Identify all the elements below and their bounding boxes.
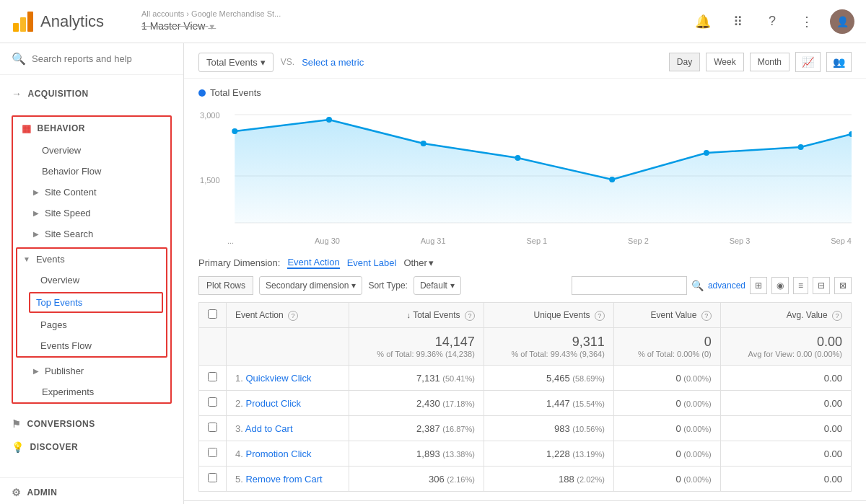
plot-rows-button[interactable]: Plot Rows xyxy=(198,276,253,295)
row-total-events-cell-4: 306 (2.16%) xyxy=(349,467,484,492)
advanced-link[interactable]: advanced xyxy=(708,280,745,291)
chevron-right-icon: ▶ xyxy=(33,209,39,217)
sidebar-item-behavior[interactable]: ▦ BEHAVIOR xyxy=(13,117,170,140)
svg-rect-2 xyxy=(27,12,33,32)
secondary-dimension-dropdown[interactable]: Secondary dimension ▾ xyxy=(259,276,362,295)
row-checkbox-4[interactable] xyxy=(208,473,217,482)
event-action-info-icon[interactable]: ? xyxy=(288,311,298,321)
row-checkbox-cell xyxy=(199,467,227,492)
sidebar-item-events[interactable]: ▼ Events xyxy=(17,249,166,270)
table-search-icon: 🔍 xyxy=(691,280,704,291)
primary-dimension-label: Primary Dimension: xyxy=(198,257,280,268)
col-event-action[interactable]: Event Action ? xyxy=(227,303,349,328)
dimension-event-label[interactable]: Event Label xyxy=(347,257,397,268)
sidebar-item-site-content[interactable]: ▶ Site Content xyxy=(13,182,170,203)
dimension-other[interactable]: Other ▾ xyxy=(403,257,434,268)
summary-avg-value: 0.00 xyxy=(730,335,842,350)
table-row: 4. Promotion Click 1,893 (13.38%) 1,228 … xyxy=(199,441,852,467)
chevron-right-icon: ▶ xyxy=(33,188,39,196)
sidebar-item-discover[interactable]: 💡 DISCOVER xyxy=(0,436,183,459)
more-options-button[interactable]: ⋮ xyxy=(795,10,818,33)
legend-label: Total Events xyxy=(210,87,261,98)
row-checkbox-3[interactable] xyxy=(208,448,217,457)
summary-event-value-cell: 0 % of Total: 0.00% (0) xyxy=(613,328,720,366)
custom-view-button[interactable]: ⊠ xyxy=(834,277,852,294)
sidebar-item-site-speed[interactable]: ▶ Site Speed xyxy=(13,203,170,224)
col-avg-value[interactable]: Avg. Value ? xyxy=(720,303,851,328)
row-action-link-0[interactable]: Quickview Click xyxy=(245,373,311,384)
sidebar-item-behavior-flow[interactable]: Behavior Flow xyxy=(13,161,170,182)
x-label-6: Sep 4 xyxy=(831,236,852,245)
apps-button[interactable]: ⠿ xyxy=(726,10,749,33)
sort-type-dropdown[interactable]: Default ▾ xyxy=(414,276,461,295)
sidebar-item-publisher[interactable]: ▶ Publisher xyxy=(13,361,170,381)
row-unique-events-cell-1: 1,447 (15.54%) xyxy=(484,391,613,416)
summary-action-cell xyxy=(227,328,349,366)
week-button[interactable]: Week xyxy=(706,53,743,71)
help-button[interactable]: ? xyxy=(761,10,784,33)
sidebar-item-events-flow[interactable]: Events Flow xyxy=(17,335,166,356)
row-avg-value-cell-0: 0.00 xyxy=(720,366,851,391)
unique-events-info-icon[interactable]: ? xyxy=(595,311,605,321)
svg-point-12 xyxy=(515,155,520,161)
svg-marker-8 xyxy=(235,120,852,223)
row-action-link-2[interactable]: Add to Cart xyxy=(245,423,293,434)
grid-view-button[interactable]: ⊞ xyxy=(750,277,767,294)
select-all-checkbox[interactable] xyxy=(208,309,217,319)
table-search-input[interactable] xyxy=(572,276,687,295)
svg-rect-0 xyxy=(13,23,19,32)
sidebar-item-pages[interactable]: Pages xyxy=(17,314,166,335)
summary-unique-events-pct: % of Total: 99.43% (9,364) xyxy=(493,350,605,358)
sidebar-item-experiments[interactable]: Experiments xyxy=(13,381,170,402)
col-unique-events[interactable]: Unique Events ? xyxy=(484,303,613,328)
sidebar-item-overview[interactable]: Overview xyxy=(13,140,170,161)
x-label-4: Sep 2 xyxy=(628,236,649,245)
summary-checkbox-cell xyxy=(199,328,227,366)
summary-event-value: 0 xyxy=(623,335,712,350)
app-name: Analytics xyxy=(40,12,104,31)
sidebar-item-acquisition[interactable]: → ACQUISITION xyxy=(0,82,183,105)
select-metric-link[interactable]: Select a metric xyxy=(302,57,364,68)
search-input[interactable] xyxy=(32,53,172,64)
conversions-icon: ⚑ xyxy=(12,418,22,430)
row-checkbox-0[interactable] xyxy=(208,372,217,381)
month-button[interactable]: Month xyxy=(750,53,790,71)
day-button[interactable]: Day xyxy=(669,53,700,71)
sidebar-item-admin[interactable]: ⚙ ADMIN xyxy=(0,477,183,504)
total-events-info-icon[interactable]: ? xyxy=(465,311,475,321)
row-avg-value-cell-1: 0.00 xyxy=(720,391,851,416)
event-value-info-icon[interactable]: ? xyxy=(701,311,712,321)
pivot-view-button[interactable]: ⊟ xyxy=(813,277,830,294)
discover-section: 💡 DISCOVER xyxy=(0,436,183,459)
line-chart-button[interactable]: 📈 xyxy=(795,52,821,72)
chevron-right-icon: ▶ xyxy=(33,367,39,375)
avg-value-info-icon[interactable]: ? xyxy=(832,311,842,321)
dimension-event-action[interactable]: Event Action xyxy=(287,257,339,269)
events-section: ▼ Events Overview Top Events Pages Event… xyxy=(16,247,167,358)
sidebar-item-events-overview[interactable]: Overview xyxy=(17,270,166,291)
col-total-events[interactable]: ↓ Total Events ? xyxy=(349,303,484,328)
col-event-value[interactable]: Event Value ? xyxy=(613,303,720,328)
table-area: Primary Dimension: Event Action Event La… xyxy=(184,248,866,500)
table-row: 1. Quickview Click 7,131 (50.41%) 5,465 … xyxy=(199,366,852,391)
metric-dropdown[interactable]: Total Events ▾ xyxy=(198,53,274,72)
row-action-link-3[interactable]: Promotion Click xyxy=(245,448,311,459)
row-action-link-4[interactable]: Remove from Cart xyxy=(245,474,322,485)
svg-text:1,500: 1,500 xyxy=(200,176,220,185)
user-avatar[interactable]: 👤 xyxy=(830,9,854,34)
sidebar-item-top-events[interactable]: Top Events xyxy=(29,292,163,313)
notifications-button[interactable]: 🔔 xyxy=(691,10,714,33)
legend-dot xyxy=(198,89,206,97)
sidebar-item-site-search[interactable]: ▶ Site Search xyxy=(13,224,170,244)
row-action-link-1[interactable]: Product Click xyxy=(245,398,301,409)
sidebar-item-conversions[interactable]: ⚑ CONVERSIONS xyxy=(0,412,183,436)
row-checkbox-1[interactable] xyxy=(208,397,217,407)
pie-view-button[interactable]: ◉ xyxy=(771,277,789,294)
row-action-cell-1: 2. Product Click xyxy=(227,391,349,416)
bar-chart-button[interactable]: 👥 xyxy=(826,52,852,72)
list-view-button[interactable]: ≡ xyxy=(793,277,808,294)
row-total-events-cell-2: 2,387 (16.87%) xyxy=(349,416,484,441)
chevron-right-icon: ▶ xyxy=(33,230,39,238)
summary-avg-value-note: Avg for View: 0.00 (0.00%) xyxy=(730,350,842,358)
row-checkbox-2[interactable] xyxy=(208,423,217,432)
